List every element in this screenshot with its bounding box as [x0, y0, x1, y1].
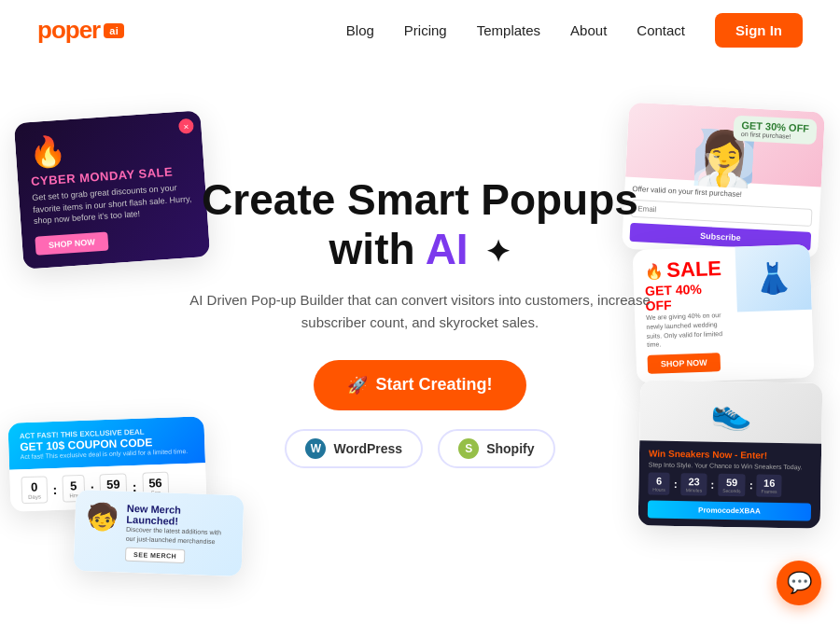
- timer-minutes: 59: [106, 478, 120, 492]
- sneakers-promo-button[interactable]: PromocodeXBAA: [648, 500, 811, 520]
- rocket-icon: 🚀: [347, 375, 368, 395]
- navbar: poper ai Blog Pricing Templates About Co…: [0, 0, 840, 61]
- signin-button[interactable]: Sign In: [715, 13, 803, 48]
- merch-sub: Discover the latest additions with our j…: [126, 525, 232, 548]
- hero-section: × 🔥 CYBER MONDAY SALE Get set to grab gr…: [0, 61, 840, 602]
- nav-templates[interactable]: Templates: [477, 22, 540, 38]
- sneakers-image: 👟: [639, 380, 822, 443]
- nav-about[interactable]: About: [570, 22, 607, 38]
- merch-emoji: 🧒: [86, 502, 119, 534]
- merch-see-button[interactable]: SEE MERCH: [125, 548, 186, 563]
- nav-pricing[interactable]: Pricing: [404, 22, 447, 38]
- sale-image: 👗: [735, 244, 811, 312]
- wordpress-icon: W: [305, 438, 326, 459]
- logo-text: poper: [37, 16, 100, 45]
- chat-bubble[interactable]: 💬: [777, 561, 821, 605]
- card-sneakers: 👟 Win Sneakers Now - Enter! Step Into St…: [638, 380, 823, 528]
- wordpress-label: WordPress: [333, 441, 402, 456]
- cyber-shop-button[interactable]: SHOP NOW: [35, 231, 108, 255]
- sneakers-timer: 6 Hours : 23 Minutes : 59 Seconds : 16 F…: [648, 472, 811, 497]
- shopify-label: Shopify: [486, 441, 534, 456]
- platform-badges: W WordPress S Shopify: [177, 429, 663, 468]
- sneakers-sub: Step Into Style. Your Chance to Win Snea…: [649, 460, 812, 471]
- wordpress-badge[interactable]: W WordPress: [285, 429, 423, 468]
- sn-seconds: 59: [722, 477, 741, 488]
- hero-title: Create Smart Popups with AI ✦: [177, 175, 663, 274]
- sn-minutes: 23: [686, 476, 703, 487]
- logo: poper ai: [37, 16, 124, 45]
- nav-blog[interactable]: Blog: [346, 22, 374, 38]
- chat-icon: 💬: [787, 571, 812, 595]
- nav-contact[interactable]: Contact: [637, 22, 685, 38]
- logo-badge: ai: [104, 23, 124, 38]
- card-merch: 🧒 New Merch Launched! Discover the lates…: [74, 490, 245, 576]
- timer-hours: 5: [69, 478, 78, 492]
- timer-days: 0: [28, 480, 41, 494]
- shopify-badge[interactable]: S Shopify: [438, 429, 554, 468]
- nav-links: Blog Pricing Templates About Contact Sig…: [346, 13, 803, 48]
- cyber-text: Get set to grab great discounts on your …: [32, 181, 194, 228]
- start-creating-button[interactable]: 🚀 Start Creating!: [314, 360, 525, 410]
- sn-hours: 6: [652, 476, 665, 487]
- hero-subtitle: AI Driven Pop-up Builder that can conver…: [177, 289, 663, 334]
- sn-ms: 16: [762, 478, 777, 489]
- close-icon[interactable]: ×: [178, 118, 194, 134]
- hero-center: Create Smart Popups with AI ✦ AI Driven …: [177, 175, 663, 468]
- timer-seconds: 56: [148, 476, 162, 490]
- sparkle-icon: ✦: [485, 235, 511, 270]
- shopify-icon: S: [458, 438, 479, 459]
- sneakers-title: Win Sneakers Now - Enter!: [649, 448, 812, 461]
- flame-icon: 🔥: [28, 124, 190, 171]
